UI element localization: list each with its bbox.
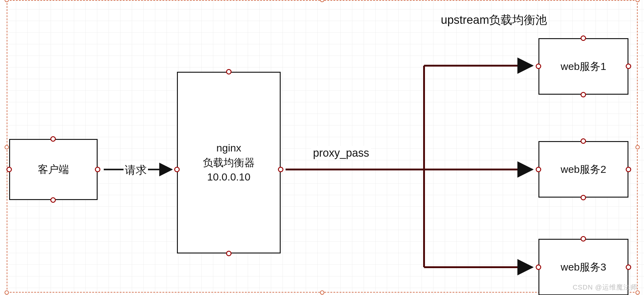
client-label: 客户端 xyxy=(38,162,69,177)
web2-box[interactable]: web服务2 xyxy=(538,141,628,198)
web1-port-left[interactable] xyxy=(536,64,541,69)
web1-port-top[interactable] xyxy=(581,35,586,41)
nginx-line3: 10.0.0.10 xyxy=(207,170,250,184)
web3-label: web服务3 xyxy=(561,260,606,275)
watermark: CSDN @运维魔法师 xyxy=(573,283,637,292)
web3-port-right[interactable] xyxy=(626,264,631,270)
web2-label: web服务2 xyxy=(561,162,606,177)
nginx-line1: nginx xyxy=(216,141,241,155)
client-box[interactable]: 客户端 xyxy=(9,139,98,200)
nginx-port-bottom[interactable] xyxy=(226,251,232,256)
web1-port-right[interactable] xyxy=(626,64,631,69)
nginx-line2: 负载均衡器 xyxy=(203,155,255,170)
proxy-pass-label: proxy_pass xyxy=(311,146,371,160)
nginx-port-right[interactable] xyxy=(278,167,283,172)
request-label: 请求 xyxy=(124,163,148,178)
web2-port-top[interactable] xyxy=(581,138,586,144)
web1-port-bottom[interactable] xyxy=(581,92,586,97)
web2-port-bottom[interactable] xyxy=(581,195,586,200)
web3-port-left[interactable] xyxy=(536,264,541,270)
selection-handle-ml[interactable] xyxy=(5,145,9,149)
diagram-canvas: upstream负载均衡池 请求 proxy_pass 客户端 nginx 负载… xyxy=(0,0,644,295)
nginx-port-top[interactable] xyxy=(226,69,232,75)
nginx-box[interactable]: nginx 负载均衡器 10.0.0.10 xyxy=(177,72,281,253)
web1-box[interactable]: web服务1 xyxy=(538,38,628,95)
selection-handle-bl[interactable] xyxy=(5,290,9,295)
web2-port-right[interactable] xyxy=(626,167,631,172)
client-port-left[interactable] xyxy=(6,167,12,172)
web2-port-left[interactable] xyxy=(536,167,541,172)
web1-label: web服务1 xyxy=(561,59,606,74)
client-port-right[interactable] xyxy=(95,167,100,172)
upstream-title: upstream负载均衡池 xyxy=(441,12,547,28)
nginx-port-left[interactable] xyxy=(174,167,180,172)
selection-handle-mr[interactable] xyxy=(635,145,640,149)
client-port-bottom[interactable] xyxy=(50,197,56,203)
selection-handle-bm[interactable] xyxy=(320,290,324,295)
web3-port-top[interactable] xyxy=(581,236,586,242)
client-port-top[interactable] xyxy=(50,136,56,142)
